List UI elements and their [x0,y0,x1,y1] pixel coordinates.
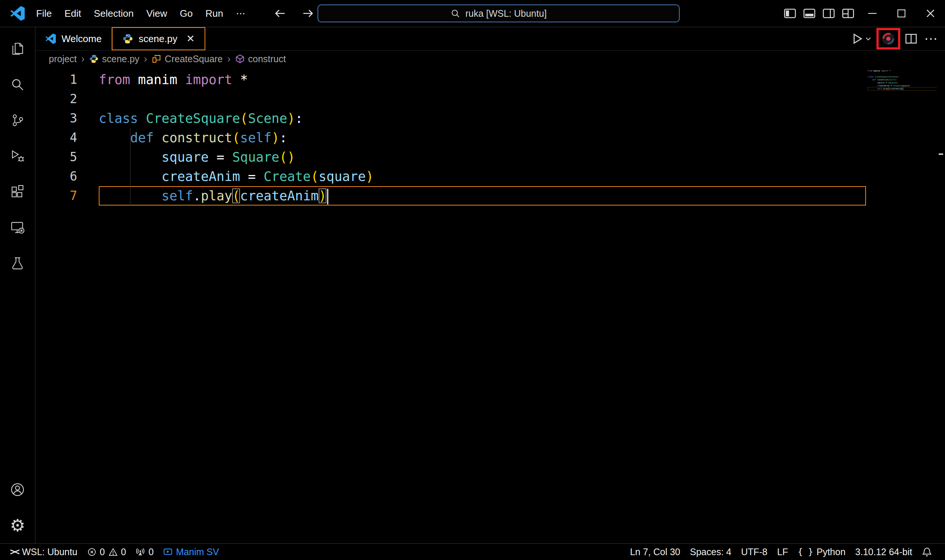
ports-count: 0 [148,546,154,557]
menu-file[interactable]: File [30,3,58,23]
code-line-6[interactable]: createAnim = Create(square) [99,167,866,186]
remote-explorer-icon[interactable] [0,210,35,245]
indentation[interactable]: Spaces: 4 [685,544,736,560]
code-line-1: from manim import * [868,69,937,72]
tab-scene-py[interactable]: scene.py✕ [112,27,205,50]
close-tab-icon[interactable]: ✕ [186,33,195,45]
braces-icon: { } [798,547,814,557]
maximize-button[interactable] [887,0,916,27]
extensions-icon[interactable] [0,174,35,210]
error-count: 0 [100,546,105,557]
editor-actions: ⋯ [850,27,945,50]
bell-icon [922,547,932,557]
more-actions-button[interactable]: ⋯ [922,32,940,45]
warning-icon [108,547,118,557]
indent-guide [130,186,130,206]
manim-sideview-status[interactable]: Manim SV [158,544,224,560]
tab-welcome[interactable]: Welcome [35,27,112,50]
menu-edit[interactable]: Edit [58,3,88,23]
code-line-7[interactable]: self.play(createAnim) [99,186,866,206]
method-icon [235,54,245,64]
encoding[interactable]: UTF-8 [736,544,772,560]
breadcrumb-item-scene-py[interactable]: scene.py [89,54,139,65]
chevron-right-icon: › [81,53,85,65]
menu-more[interactable]: ⋯ [230,3,252,23]
radio-tower-icon [136,547,145,557]
breadcrumb-item-project[interactable]: project [49,54,77,65]
annotation-highlight-box [876,28,900,49]
minimap[interactable]: from manim import *class CreateSquare(Sc… [866,67,937,543]
code-line-1[interactable]: from manim import * [99,70,866,89]
source-control-icon[interactable] [0,102,35,138]
vscode-icon [45,33,56,44]
toggle-primary-sidebar-button[interactable] [780,0,800,27]
breadcrumb: project›scene.py›CreateSquare›construct [35,51,945,67]
editor-region: Welcomescene.py✕ ⋯ [35,27,945,543]
command-center-text: ruka [WSL: Ubuntu] [466,8,547,19]
eol-selector[interactable]: LF [772,544,793,560]
code-line-3[interactable]: class CreateSquare(Scene): [99,109,866,128]
split-editor-button[interactable] [905,32,917,45]
customize-layout-button[interactable] [839,0,858,27]
search-sidebar-icon[interactable] [0,67,35,102]
title-bar: FileEditSelectionViewGoRun⋯ ruka [WSL: U… [0,0,945,27]
indent-guide [130,148,130,167]
remote-label: WSL: Ubuntu [22,546,77,557]
code-line-6: createAnim = Create(square) [868,84,937,87]
overview-ruler[interactable] [937,67,945,543]
breadcrumb-item-createsquare[interactable]: CreateSquare [152,54,223,65]
python-icon [122,33,133,44]
manim-sv-label: Manim SV [176,546,219,557]
code-content[interactable]: from manim import *class CreateSquare(Sc… [99,67,866,543]
explorer-icon[interactable] [0,31,35,67]
minimap-content: from manim import *class CreateSquare(Sc… [868,69,937,90]
remote-indicator[interactable]: >< WSL: Ubuntu [5,544,82,560]
code-line-5[interactable]: square = Square() [99,148,866,167]
close-window-button[interactable] [916,0,945,27]
run-python-file-button[interactable] [850,32,872,45]
manim-sv-icon [163,547,173,557]
ports-indicator[interactable]: 0 [131,544,158,560]
overview-ruler-mark [939,154,943,155]
toggle-panel-button[interactable] [800,0,819,27]
accounts-icon[interactable] [0,472,35,508]
testing-icon[interactable] [0,245,35,281]
code-line-2[interactable] [99,89,866,109]
text-cursor [327,189,328,205]
status-bar-right: Ln 7, Col 30 Spaces: 4 UTF-8 LF { } Pyth… [625,544,937,560]
vscode-logo-icon [10,6,25,21]
python-interpreter[interactable]: 3.10.12 64-bit [850,544,917,560]
error-icon [87,547,97,557]
minimize-button[interactable] [858,0,887,27]
menu-run[interactable]: Run [199,3,230,23]
code-line-2 [868,72,937,75]
settings-gear-icon[interactable]: ⚙ [0,508,35,543]
menu-bar: FileEditSelectionViewGoRun⋯ [30,3,252,23]
line-number-gutter: 1234567 [35,67,77,543]
status-bar: >< WSL: Ubuntu 0 0 0 Manim SV L [0,543,945,560]
chevron-right-icon: › [227,53,231,65]
toggle-secondary-sidebar-button[interactable] [819,0,839,27]
forward-arrow-button[interactable] [298,0,318,27]
warning-count: 0 [121,546,126,557]
menu-selection[interactable]: Selection [88,3,140,23]
code-editor[interactable]: 1234567 from manim import *class CreateS… [35,67,945,543]
run-and-debug-icon[interactable] [0,138,35,174]
notifications-bell[interactable] [917,544,937,560]
code-line-5: square = Square() [868,81,937,84]
language-mode[interactable]: { } Python [793,544,850,560]
cursor-position[interactable]: Ln 7, Col 30 [625,544,685,560]
code-line-3: class CreateSquare(Scene): [868,75,937,78]
command-center-search[interactable]: ruka [WSL: Ubuntu] [318,5,680,22]
tab-label: Welcome [62,33,102,45]
manim-sideview-button[interactable] [881,31,896,46]
line-number: 5 [35,148,77,167]
chevron-right-icon: › [144,53,147,65]
menu-go[interactable]: Go [174,3,199,23]
line-number: 7 [35,186,77,206]
problems-indicator[interactable]: 0 0 [82,544,131,560]
breadcrumb-item-construct[interactable]: construct [235,54,286,65]
back-arrow-button[interactable] [271,0,290,27]
code-line-4[interactable]: def construct(self): [99,128,866,148]
menu-view[interactable]: View [140,3,174,23]
